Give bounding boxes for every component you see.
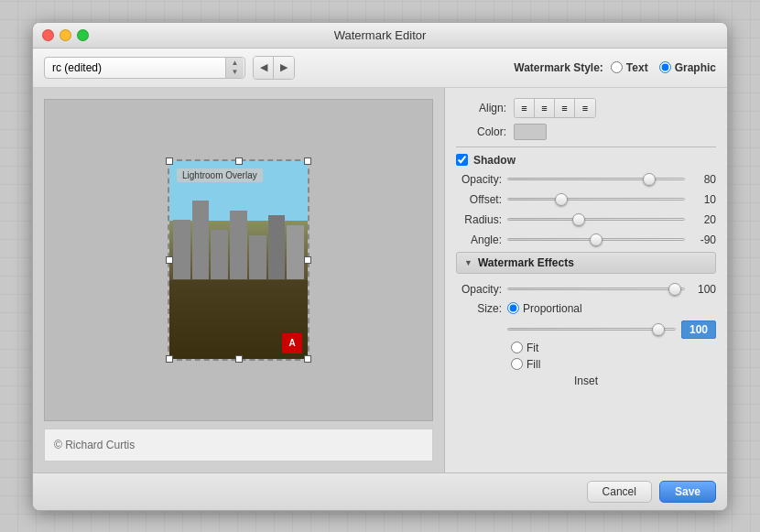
- fit-radio[interactable]: [511, 342, 523, 353]
- size-label: Size:: [456, 302, 502, 315]
- titlebar: Watermark Editor: [33, 23, 727, 49]
- fill-radio[interactable]: [511, 358, 523, 370]
- preview-canvas: Lightroom Overlay A: [44, 99, 433, 421]
- building-1: [173, 220, 190, 279]
- copyright-text: © Richard Curtis: [54, 439, 135, 451]
- angle-track[interactable]: [507, 238, 685, 241]
- nav-buttons: ◀ ▶: [253, 56, 295, 80]
- align-label: Align:: [456, 102, 506, 114]
- fit-label: Fit: [527, 342, 538, 354]
- prev-button[interactable]: ◀: [254, 57, 274, 79]
- effects-header: ▼ Watermark Effects: [456, 252, 716, 274]
- main-area: Lightroom Overlay A © Richard: [33, 88, 727, 472]
- preset-select[interactable]: rc (edited): [44, 57, 245, 79]
- align-buttons: ≡ ≡ ≡ ≡: [514, 98, 596, 118]
- offset-value: 10: [690, 193, 716, 206]
- color-swatch[interactable]: [514, 124, 547, 140]
- effects-title: Watermark Effects: [478, 256, 574, 269]
- align-justify-button[interactable]: ≡: [575, 99, 595, 117]
- effects-opacity-row: Opacity: 100: [456, 279, 716, 299]
- effects-opacity-track[interactable]: [507, 288, 685, 290]
- offset-slider-row: Offset: 10: [456, 190, 716, 210]
- offset-label: Offset:: [456, 193, 502, 206]
- graphic-option-label: Graphic: [675, 61, 716, 74]
- proportional-radio-label[interactable]: Proportional: [507, 302, 582, 315]
- fill-label: Fill: [527, 358, 540, 371]
- radius-label: Radius:: [456, 213, 502, 226]
- radius-slider-row: Radius: 20: [456, 210, 716, 230]
- opacity-slider-container: [507, 172, 685, 187]
- adobe-logo: A: [282, 333, 302, 353]
- graphic-radio[interactable]: [659, 61, 671, 73]
- building-5: [249, 235, 266, 280]
- opacity-track[interactable]: [507, 178, 685, 180]
- radius-track[interactable]: [507, 218, 685, 221]
- effects-opacity-slider-container: [507, 282, 685, 297]
- photo-buildings: [169, 180, 308, 279]
- building-4: [230, 211, 247, 280]
- minimize-button[interactable]: [60, 29, 71, 41]
- shadow-checkbox-row: Shadow: [456, 151, 716, 169]
- opacity-value: 80: [690, 173, 716, 186]
- preset-select-wrapper: rc (edited) ▲ ▼: [44, 57, 245, 79]
- offset-thumb[interactable]: [555, 193, 568, 206]
- size-label-row: Size: Proportional: [456, 299, 716, 318]
- handle-bottom-left[interactable]: [166, 355, 173, 363]
- radius-slider-container: [507, 212, 685, 227]
- cancel-button[interactable]: Cancel: [587, 481, 652, 503]
- next-button[interactable]: ▶: [274, 57, 294, 79]
- maximize-button[interactable]: [77, 29, 89, 41]
- radius-thumb[interactable]: [572, 213, 585, 226]
- graphic-radio-label[interactable]: Graphic: [659, 61, 716, 74]
- building-3: [211, 230, 228, 279]
- handle-top-left[interactable]: [166, 157, 173, 165]
- building-2: [192, 201, 210, 279]
- watermark-style-label: Watermark Style:: [514, 61, 603, 74]
- size-value-box[interactable]: 100: [681, 320, 716, 339]
- lightroom-overlay-text: Lightroom Overlay: [177, 168, 263, 182]
- photo-inner: Lightroom Overlay A: [169, 161, 308, 359]
- save-button[interactable]: Save: [659, 481, 716, 503]
- inset-label: Inset: [574, 375, 598, 387]
- effects-opacity-thumb[interactable]: [668, 283, 681, 296]
- effects-opacity-label: Opacity:: [456, 283, 502, 296]
- opacity-label: Opacity:: [456, 173, 502, 186]
- handle-bottom-mid[interactable]: [235, 355, 243, 363]
- opacity-thumb[interactable]: [643, 173, 656, 186]
- align-row: Align: ≡ ≡ ≡ ≡: [456, 95, 716, 121]
- text-radio[interactable]: [611, 61, 623, 73]
- angle-value: -90: [690, 233, 716, 246]
- align-center-button[interactable]: ≡: [535, 99, 555, 117]
- handle-bottom-right[interactable]: [304, 355, 311, 363]
- divider-1: [456, 147, 716, 147]
- shadow-header: Shadow: [473, 154, 516, 167]
- size-track[interactable]: [507, 328, 676, 331]
- align-right-button[interactable]: ≡: [555, 99, 575, 117]
- fit-radio-label[interactable]: Fit: [511, 342, 716, 354]
- proportional-label: Proportional: [523, 302, 582, 315]
- shadow-checkbox[interactable]: [456, 154, 468, 166]
- color-label: Color:: [456, 125, 506, 138]
- photo-container[interactable]: Lightroom Overlay A: [168, 159, 309, 361]
- offset-slider-container: [507, 192, 685, 207]
- text-radio-label[interactable]: Text: [611, 61, 648, 74]
- preview-footer: © Richard Curtis: [44, 429, 433, 461]
- proportional-radio[interactable]: [507, 302, 519, 314]
- handle-mid-left[interactable]: [166, 256, 173, 264]
- handle-top-right[interactable]: [304, 157, 311, 165]
- window-controls: [42, 29, 89, 41]
- handle-top-mid[interactable]: [235, 157, 243, 165]
- close-button[interactable]: [42, 29, 54, 41]
- fill-radio-label[interactable]: Fill: [511, 358, 716, 371]
- size-thumb[interactable]: [652, 323, 665, 336]
- angle-thumb[interactable]: [590, 233, 603, 246]
- offset-track[interactable]: [507, 198, 685, 201]
- triangle-icon: ▼: [464, 258, 472, 267]
- align-left-button[interactable]: ≡: [515, 99, 535, 117]
- color-row: Color:: [456, 121, 716, 143]
- text-option-label: Text: [626, 61, 648, 74]
- radius-value: 20: [690, 213, 716, 226]
- angle-slider-row: Angle: -90: [456, 230, 716, 250]
- handle-mid-right[interactable]: [304, 256, 311, 264]
- opacity-slider-row: Opacity: 80: [456, 169, 716, 190]
